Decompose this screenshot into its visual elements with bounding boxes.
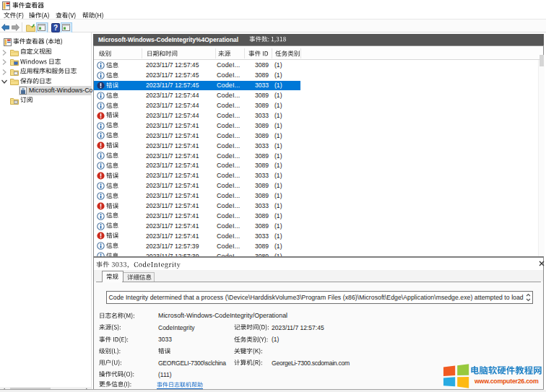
svg-text:?: ? [53, 24, 58, 32]
